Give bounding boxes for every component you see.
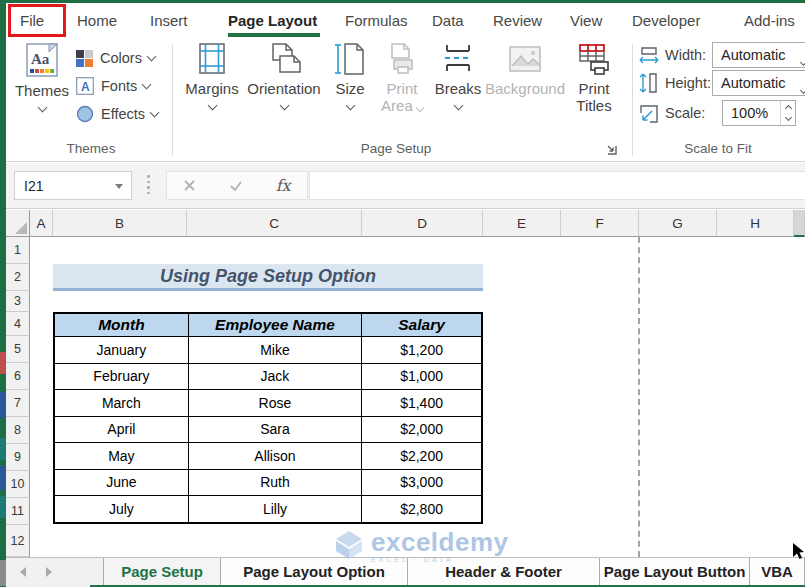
margins-button[interactable]: Margins <box>182 42 242 138</box>
cell-salary[interactable]: $1,000 <box>361 364 481 390</box>
cell-employee[interactable]: Rose <box>188 390 361 416</box>
cell-month[interactable]: March <box>55 390 188 416</box>
column-letter: B <box>115 216 124 231</box>
row-header-8[interactable]: 8 <box>6 417 30 444</box>
cell-salary[interactable]: $1,200 <box>361 337 481 363</box>
scale-spinner[interactable] <box>780 101 795 125</box>
name-box[interactable]: I21 <box>14 171 132 200</box>
sheet-tab-header-footer[interactable]: Header & Footer <box>407 558 599 585</box>
cell-salary[interactable]: $2,800 <box>361 496 481 522</box>
row-header-9[interactable]: 9 <box>6 444 30 471</box>
column-header-c[interactable]: C <box>187 210 362 237</box>
cell-month[interactable]: July <box>55 496 188 522</box>
height-icon <box>638 72 660 94</box>
table-row: March Rose $1,400 <box>55 389 481 416</box>
cell-employee[interactable]: Mike <box>188 337 361 363</box>
width-dropdown[interactable]: Automatic <box>712 42 805 68</box>
cell-month[interactable]: May <box>55 443 188 469</box>
enter-icon[interactable] <box>229 180 243 192</box>
sheet-tab-page-layout-option[interactable]: Page Layout Option <box>220 558 407 585</box>
cell-salary[interactable]: $2,200 <box>361 443 481 469</box>
fonts-icon: A <box>76 77 94 95</box>
fonts-button[interactable]: A Fonts <box>76 74 150 98</box>
ribbon-tab-view[interactable]: View <box>570 3 602 38</box>
print-area-line1: Print <box>387 80 418 97</box>
row-header-5[interactable]: 5 <box>6 336 30 363</box>
ribbon-tab-data[interactable]: Data <box>432 3 464 38</box>
excel-window: File Home Insert Page Layout Formulas Da… <box>0 0 805 587</box>
colors-button[interactable]: Colors <box>76 46 155 70</box>
ribbon-tab-addins[interactable]: Add-ins <box>744 3 795 38</box>
breaks-button-label: Breaks <box>435 80 482 97</box>
print-titles-button[interactable]: PrintTitles <box>566 42 622 138</box>
scale-spinbox[interactable]: 100% <box>722 100 796 126</box>
cell-salary[interactable]: $2,000 <box>361 417 481 443</box>
row-header-4[interactable]: 4 <box>6 312 30 336</box>
size-dropdown-chevron-icon <box>345 101 355 111</box>
sheet-tab-page-layout-button[interactable]: Page Layout Button <box>599 558 749 585</box>
select-all-corner[interactable] <box>6 210 30 237</box>
column-header-d[interactable]: D <box>362 210 483 237</box>
spinner-down-icon[interactable] <box>784 114 791 121</box>
cell-month[interactable]: April <box>55 417 188 443</box>
cell-salary[interactable]: $3,000 <box>361 470 481 496</box>
row-header-10[interactable]: 10 <box>6 471 30 498</box>
cancel-icon[interactable] <box>183 179 196 192</box>
row-header-11[interactable]: 11 <box>6 498 30 525</box>
sheet-tab-page-setup[interactable]: Page Setup <box>103 558 220 585</box>
ribbon-tab-insert[interactable]: Insert <box>150 3 188 38</box>
row-header-12[interactable]: 12 <box>6 525 30 557</box>
insert-function-icon[interactable]: fx <box>276 176 291 195</box>
cell-employee[interactable]: Lilly <box>188 496 361 522</box>
name-box-dropdown-icon[interactable] <box>115 184 123 189</box>
ribbon-tab-home[interactable]: Home <box>77 3 117 38</box>
cell-month[interactable]: January <box>55 337 188 363</box>
table-header-salary[interactable]: Salary <box>361 314 481 336</box>
cell-employee[interactable]: Sara <box>188 417 361 443</box>
sheet-tab-vba[interactable]: VBA <box>749 558 805 585</box>
orientation-button[interactable]: Orientation <box>246 42 322 138</box>
row-number: 11 <box>11 504 24 518</box>
column-header-e[interactable]: E <box>483 210 561 237</box>
cell-employee[interactable]: Ruth <box>188 470 361 496</box>
sheet-title-cell[interactable]: Using Page Setup Option <box>53 264 483 291</box>
sheet-nav-right-icon[interactable] <box>46 567 52 577</box>
row-header-2[interactable]: 2 <box>6 264 30 291</box>
themes-button[interactable]: Aa Themes <box>14 42 70 138</box>
sheet-nav-left-icon[interactable] <box>20 567 26 577</box>
column-header-f[interactable]: F <box>561 210 639 237</box>
ribbon-tab-formulas[interactable]: Formulas <box>345 3 408 38</box>
row-header-1[interactable]: 1 <box>6 237 30 264</box>
cell-month[interactable]: February <box>55 364 188 390</box>
row-header-3[interactable]: 3 <box>6 291 30 312</box>
themes-group-title: Themes <box>36 141 146 156</box>
spinner-up-icon[interactable] <box>784 105 791 112</box>
column-header-g[interactable]: G <box>639 210 717 237</box>
ribbon-tab-review[interactable]: Review <box>493 3 542 38</box>
row-header-7[interactable]: 7 <box>6 390 30 417</box>
column-header-h[interactable]: H <box>717 210 794 237</box>
page-setup-dialog-launcher-icon[interactable] <box>604 142 619 157</box>
column-header-a[interactable]: A <box>30 210 53 237</box>
formula-input[interactable] <box>309 171 805 200</box>
column-header-i-selected[interactable] <box>794 210 805 237</box>
cell-employee[interactable]: Jack <box>188 364 361 390</box>
effects-button[interactable]: Effects <box>76 102 158 126</box>
breaks-button[interactable]: Breaks <box>432 42 484 138</box>
size-button[interactable]: Size <box>326 42 374 138</box>
ribbon-tab-developer[interactable]: Developer <box>632 3 700 38</box>
sheet-tab-label: Page Layout Option <box>243 563 385 580</box>
group-separator <box>172 44 173 156</box>
formula-bar-handle[interactable] <box>147 175 150 194</box>
window-top-edge <box>0 0 805 3</box>
height-dropdown[interactable]: Automatic <box>712 70 805 96</box>
orientation-button-label: Orientation <box>247 80 320 97</box>
table-header-month[interactable]: Month <box>55 314 188 336</box>
cell-month[interactable]: June <box>55 470 188 496</box>
sheet-canvas[interactable]: Using Page Setup Option Month Employee N… <box>30 237 805 557</box>
row-header-6[interactable]: 6 <box>6 363 30 390</box>
cell-employee[interactable]: Allison <box>188 443 361 469</box>
cell-salary[interactable]: $1,400 <box>361 390 481 416</box>
column-header-b[interactable]: B <box>53 210 187 237</box>
table-header-employee-name[interactable]: Employee Name <box>188 314 361 336</box>
